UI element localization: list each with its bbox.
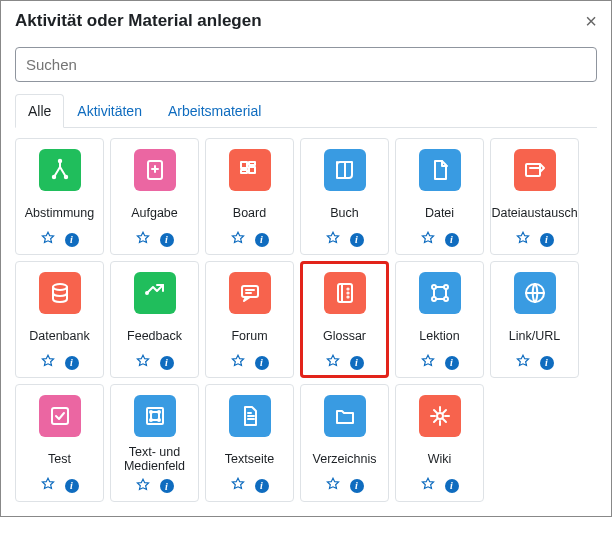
activity-label: Wiki [428, 445, 452, 473]
activity-card[interactable]: Glossari [300, 261, 389, 378]
assign-icon [134, 149, 176, 191]
close-icon[interactable]: × [585, 11, 597, 31]
activity-actions: i [421, 231, 459, 248]
star-icon[interactable] [516, 231, 530, 248]
info-icon[interactable]: i [160, 233, 174, 247]
info-icon[interactable]: i [65, 356, 79, 370]
activity-label: Textseite [225, 445, 274, 473]
activity-card[interactable]: Verzeichnisi [300, 384, 389, 502]
info-icon[interactable]: i [445, 233, 459, 247]
activity-label: Dateiaustausch [491, 199, 577, 227]
activity-actions: i [136, 478, 174, 495]
activity-label: Datei [425, 199, 454, 227]
activity-label: Datenbank [29, 322, 89, 350]
star-icon[interactable] [516, 354, 530, 371]
star-icon[interactable] [421, 477, 435, 494]
info-icon[interactable]: i [255, 479, 269, 493]
activity-label: Text- und Medienfeld [115, 445, 194, 474]
activity-actions: i [421, 477, 459, 494]
choice-icon [39, 149, 81, 191]
info-icon[interactable]: i [350, 479, 364, 493]
star-icon[interactable] [41, 231, 55, 248]
activity-card[interactable]: Buchi [300, 138, 389, 255]
activity-label: Lektion [419, 322, 459, 350]
activity-actions: i [231, 477, 269, 494]
activity-actions: i [41, 231, 79, 248]
activity-card[interactable]: Boardi [205, 138, 294, 255]
activity-label: Test [48, 445, 71, 473]
activity-card[interactable]: Feedbacki [110, 261, 199, 378]
label-icon [134, 395, 176, 437]
star-icon[interactable] [41, 354, 55, 371]
info-icon[interactable]: i [350, 356, 364, 370]
info-icon[interactable]: i [160, 479, 174, 493]
star-icon[interactable] [136, 231, 150, 248]
star-icon[interactable] [231, 231, 245, 248]
activity-actions: i [326, 354, 364, 371]
wiki-icon [419, 395, 461, 437]
activity-card[interactable]: Lektioni [395, 261, 484, 378]
activity-actions: i [136, 354, 174, 371]
activity-card[interactable]: Wikii [395, 384, 484, 502]
star-icon[interactable] [421, 354, 435, 371]
quiz-icon [39, 395, 81, 437]
star-icon[interactable] [136, 478, 150, 495]
search-input[interactable] [15, 47, 597, 82]
info-icon[interactable]: i [445, 356, 459, 370]
activity-actions: i [516, 231, 554, 248]
book-icon [324, 149, 366, 191]
activity-card[interactable]: Dateii [395, 138, 484, 255]
activity-grid: AbstimmungiAufgabeiBoardiBuchiDateiiDate… [15, 138, 597, 502]
dialog-body: AlleAktivitätenArbeitsmaterial Abstimmun… [1, 39, 611, 516]
activity-card[interactable]: Textseitei [205, 384, 294, 502]
star-icon[interactable] [421, 231, 435, 248]
star-icon[interactable] [136, 354, 150, 371]
glossary-icon [324, 272, 366, 314]
activity-card[interactable]: Testi [15, 384, 104, 502]
activity-card[interactable]: Aufgabei [110, 138, 199, 255]
tab-bar: AlleAktivitätenArbeitsmaterial [15, 94, 597, 128]
activity-card[interactable]: Datenbanki [15, 261, 104, 378]
info-icon[interactable]: i [65, 479, 79, 493]
info-icon[interactable]: i [255, 233, 269, 247]
lesson-icon [419, 272, 461, 314]
star-icon[interactable] [326, 231, 340, 248]
activity-label: Feedback [127, 322, 182, 350]
info-icon[interactable]: i [65, 233, 79, 247]
activity-label: Aufgabe [131, 199, 178, 227]
activity-label: Glossar [323, 322, 366, 350]
fileexch-icon [514, 149, 556, 191]
feedback-icon [134, 272, 176, 314]
activity-card[interactable]: Forumi [205, 261, 294, 378]
star-icon[interactable] [41, 477, 55, 494]
info-icon[interactable]: i [350, 233, 364, 247]
activity-card[interactable]: Abstimmungi [15, 138, 104, 255]
activity-actions: i [326, 231, 364, 248]
activity-actions: i [136, 231, 174, 248]
info-icon[interactable]: i [540, 233, 554, 247]
board-icon [229, 149, 271, 191]
tab-aktivitäten[interactable]: Aktivitäten [64, 94, 155, 128]
activity-card[interactable]: Text- und Medienfeldi [110, 384, 199, 502]
activity-label: Link/URL [509, 322, 560, 350]
info-icon[interactable]: i [540, 356, 554, 370]
activity-label: Abstimmung [25, 199, 94, 227]
info-icon[interactable]: i [160, 356, 174, 370]
activity-label: Forum [231, 322, 267, 350]
activity-card[interactable]: Link/URLi [490, 261, 579, 378]
tab-arbeitsmaterial[interactable]: Arbeitsmaterial [155, 94, 274, 128]
info-icon[interactable]: i [445, 479, 459, 493]
star-icon[interactable] [231, 477, 245, 494]
star-icon[interactable] [326, 354, 340, 371]
activity-actions: i [231, 231, 269, 248]
star-icon[interactable] [326, 477, 340, 494]
activity-label: Board [233, 199, 266, 227]
activity-card[interactable]: Dateiaustauschi [490, 138, 579, 255]
info-icon[interactable]: i [255, 356, 269, 370]
dialog-header: Aktivität oder Material anlegen × [1, 1, 611, 39]
star-icon[interactable] [231, 354, 245, 371]
tab-alle[interactable]: Alle [15, 94, 64, 128]
activity-actions: i [516, 354, 554, 371]
page-icon [229, 395, 271, 437]
dialog-title: Aktivität oder Material anlegen [15, 11, 262, 31]
